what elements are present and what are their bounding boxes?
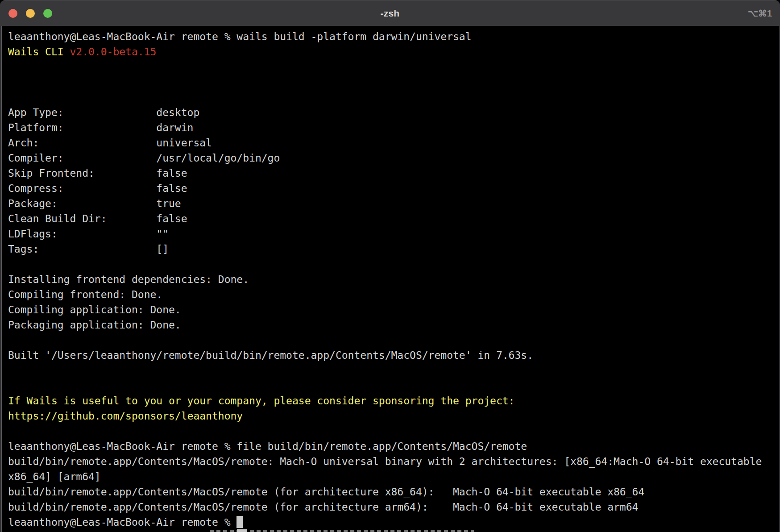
terminal-line: Compress: false xyxy=(8,181,779,196)
terminal-line: Arch: universal xyxy=(8,135,779,150)
terminal-line: leaanthony@Leas-MacBook-Air remote % fil… xyxy=(8,439,779,454)
clipped-cursor-top xyxy=(237,529,247,532)
terminal-line: build/bin/remote.app/Contents/MacOS/remo… xyxy=(8,454,779,469)
terminal-line: leaanthony@Leas-MacBook-Air remote % xyxy=(8,515,779,530)
clipped-text-tops xyxy=(210,530,474,532)
terminal-text-segment: Compress: false xyxy=(8,183,187,194)
terminal-line: leaanthony@Leas-MacBook-Air remote % wai… xyxy=(8,29,779,44)
terminal-content[interactable]: leaanthony@Leas-MacBook-Air remote % wai… xyxy=(0,26,780,532)
sponsor-link[interactable]: https://github.com/sponsors/leaanthony xyxy=(8,410,243,422)
terminal-text-segment: leaanthony@Leas-MacBook-Air remote % xyxy=(8,516,236,528)
window-shortcut-hint: ⌥⌘1 xyxy=(748,0,772,26)
terminal-text-segment: Arch: universal xyxy=(8,137,212,149)
terminal-text-segment: Compiling application: Done. xyxy=(8,304,181,316)
terminal-line: Compiling frontend: Done. xyxy=(8,287,779,302)
terminal-text-segment: App Type: desktop xyxy=(8,107,199,118)
terminal-line: Wails CLI v2.0.0-beta.15 xyxy=(8,44,779,59)
terminal-text-segment: build/bin/remote.app/Contents/MacOS/remo… xyxy=(8,486,644,498)
terminal-text-segment: LDFlags: "" xyxy=(8,228,169,240)
terminal-line xyxy=(8,363,779,378)
terminal-text-segment: Package: true xyxy=(8,198,181,209)
terminal-text-segment: Wails CLI xyxy=(8,46,70,58)
terminal-line: Built '/Users/leaanthony/remote/build/bi… xyxy=(8,348,779,363)
terminal-line: If Wails is useful to you or your compan… xyxy=(8,393,779,408)
terminal-text-segment: build/bin/remote.app/Contents/MacOS/remo… xyxy=(8,501,638,513)
terminal-text-segment: Tags: [] xyxy=(8,243,169,255)
terminal-line: Tags: [] xyxy=(8,241,779,257)
text-cursor xyxy=(236,516,243,528)
terminal-text-segment: Built '/Users/leaanthony/remote/build/bi… xyxy=(8,349,533,361)
terminal-text-segment: Packaging application: Done. xyxy=(8,319,181,331)
terminal-line xyxy=(8,75,779,90)
terminal-text-segment: build/bin/remote.app/Contents/MacOS/remo… xyxy=(8,456,762,467)
terminal-line: Clean Build Dir: false xyxy=(8,211,779,226)
terminal-text-segment: Platform: darwin xyxy=(8,122,193,133)
terminal-text-segment: leaanthony@Leas-MacBook-Air remote % wai… xyxy=(8,31,472,42)
terminal-text-segment: Clean Build Dir: false xyxy=(8,213,187,224)
terminal-line: Installing frontend dependencies: Done. xyxy=(8,272,779,287)
terminal-line: Skip Frontend: false xyxy=(8,166,779,181)
window-title: -zsh xyxy=(0,8,780,19)
terminal-line xyxy=(8,332,779,348)
terminal-window: -zsh ⌥⌘1 leaanthony@Leas-MacBook-Air rem… xyxy=(0,0,780,532)
terminal-text-segment: If Wails is useful to you or your compan… xyxy=(8,395,514,407)
terminal-text-segment: Skip Frontend: false xyxy=(8,167,187,179)
terminal-line xyxy=(8,59,779,75)
terminal-line xyxy=(8,424,779,439)
terminal-line xyxy=(8,257,779,272)
terminal-text-segment: Installing frontend dependencies: Done. xyxy=(8,274,249,285)
terminal-text-segment: leaanthony@Leas-MacBook-Air remote % fil… xyxy=(8,441,527,452)
terminal-line: Compiler: /usr/local/go/bin/go xyxy=(8,150,779,166)
terminal-line: App Type: desktop xyxy=(8,105,779,120)
terminal-line: Package: true xyxy=(8,196,779,211)
terminal-text-segment: x86_64] [arm64] xyxy=(8,471,101,482)
terminal-line: https://github.com/sponsors/leaanthony xyxy=(8,408,779,424)
titlebar[interactable]: -zsh ⌥⌘1 xyxy=(0,0,780,26)
terminal-text-segment: v2.0.0-beta.15 xyxy=(70,46,156,58)
terminal-line: LDFlags: "" xyxy=(8,226,779,241)
terminal-text-segment: Compiling frontend: Done. xyxy=(8,289,162,300)
terminal-line: x86_64] [arm64] xyxy=(8,469,779,484)
terminal-line: build/bin/remote.app/Contents/MacOS/remo… xyxy=(8,499,779,515)
terminal-line: Platform: darwin xyxy=(8,120,779,135)
clipped-partial-line xyxy=(0,529,780,532)
terminal-line: build/bin/remote.app/Contents/MacOS/remo… xyxy=(8,484,779,499)
terminal-line xyxy=(8,90,779,105)
terminal-line: Packaging application: Done. xyxy=(8,317,779,332)
terminal-line xyxy=(8,378,779,393)
terminal-line: Compiling application: Done. xyxy=(8,302,779,317)
terminal-text-segment: Compiler: /usr/local/go/bin/go xyxy=(8,152,280,164)
